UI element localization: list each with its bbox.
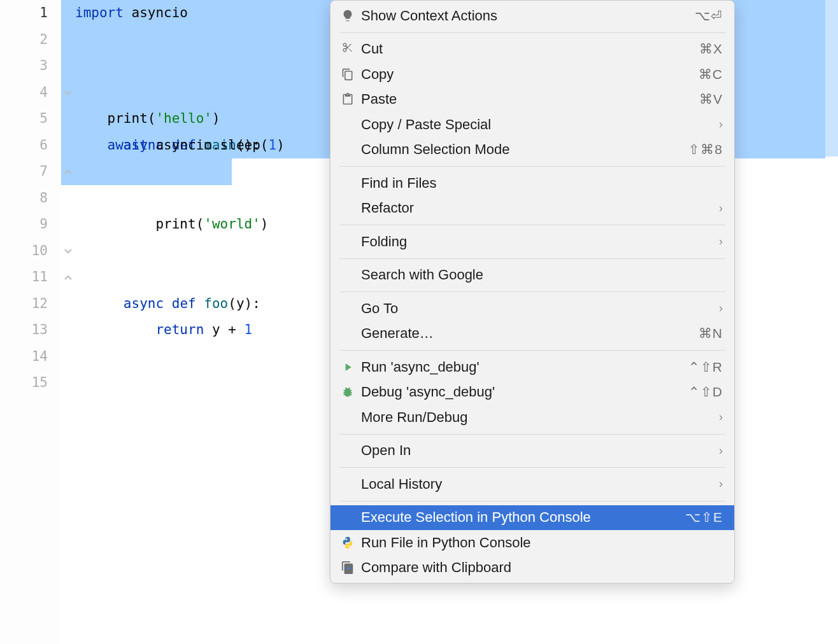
module-name: asyncio [132,5,188,20]
run-icon [339,359,356,375]
gutter: 1 2 3 4 5 6 7 8 9 10 11 12 13 14 15 [0,0,61,644]
menu-item-label: Run 'async_debug' [361,359,688,375]
blank-icon [339,476,356,493]
blank-icon [339,267,356,283]
gutter-line-number[interactable]: 6 [0,132,48,159]
function-call: print [108,111,148,126]
number-literal: 1 [269,137,277,153]
gutter-line-number[interactable]: 10 [0,238,48,265]
fold-expand-icon[interactable] [64,273,73,282]
gutter-line-number[interactable]: 2 [0,27,48,53]
menu-item-label: Find in Files [361,175,723,192]
chevron-right-icon: › [719,235,723,248]
menu-separator [339,350,725,351]
blank-icon [339,300,356,317]
menu-item-open-in[interactable]: Open In› [330,438,734,464]
chevron-right-icon: › [719,410,723,424]
menu-item-label: Cut [361,41,699,57]
menu-separator [339,32,725,33]
menu-item-label: Execute Selection in Python Console [361,509,685,526]
menu-item-cut[interactable]: Cut⌘X [330,37,734,62]
number-literal: 1 [245,322,253,337]
menu-item-label: Local History [361,476,714,493]
menu-shortcut: ⌘X [699,41,723,57]
menu-item-search-with-google[interactable]: Search with Google [330,263,734,288]
menu-item-copy[interactable]: Copy⌘C [330,62,734,87]
fold-collapse-icon[interactable] [64,247,73,256]
blank-icon [339,116,356,133]
gutter-line-number[interactable]: 8 [0,185,48,212]
menu-item-more-run-debug[interactable]: More Run/Debug› [330,405,734,430]
menu-item-label: Go To [361,300,714,317]
menu-shortcut: ⌥⏎ [695,8,723,24]
menu-separator [339,434,725,435]
menu-item-column-selection-mode[interactable]: Column Selection Mode⇧⌘8 [330,137,734,163]
gutter-line-number[interactable]: 7 [0,158,48,185]
gutter-line-number[interactable]: 4 [0,80,48,106]
menu-item-label: Search with Google [361,267,723,283]
menu-item-run-file-in-python-console[interactable]: Run File in Python Console [330,530,734,556]
menu-item-label: Compare with Clipboard [361,559,723,576]
menu-item-label: Refactor [361,200,714,216]
gutter-line-number[interactable]: 14 [0,344,48,370]
gutter-line-number[interactable]: 5 [0,106,48,132]
function-name: foo [204,296,228,311]
menu-item-label: Copy / Paste Special [361,116,714,133]
gutter-line-number[interactable]: 13 [0,317,48,344]
menu-separator [339,501,725,501]
fold-expand-icon[interactable] [64,167,73,176]
menu-item-label: Generate… [361,325,699,342]
menu-item-paste[interactable]: Paste⌘V [330,87,734,113]
chevron-right-icon: › [719,477,723,491]
menu-item-generate[interactable]: Generate…⌘N [330,321,734,347]
gutter-line-number[interactable]: 9 [0,211,48,238]
menu-item-compare-with-clipboard[interactable]: Compare with Clipboard [330,556,734,581]
menu-item-label: Debug 'async_debug' [361,384,688,400]
menu-item-label: More Run/Debug [361,409,714,426]
menu-item-show-context-actions[interactable]: Show Context Actions⌥⏎ [330,3,734,29]
gutter-line-number[interactable]: 1 [0,0,48,27]
gutter-line-number[interactable]: 15 [0,370,48,396]
fold-collapse-icon[interactable] [64,88,73,97]
keyword-return: return [155,322,204,337]
menu-separator [339,166,725,167]
blank-icon [339,442,356,459]
chevron-right-icon: › [719,118,723,131]
gutter-line-number[interactable]: 11 [0,264,48,291]
blank-icon [339,141,356,158]
string-literal: 'world' [204,216,260,232]
chevron-right-icon: › [719,202,723,215]
menu-item-label: Open In [361,442,714,459]
blank-icon [339,509,356,526]
menu-item-execute-selection-in-python-console[interactable]: Execute Selection in Python Console⌥⇧E [330,505,734,531]
menu-shortcut: ⇧⌘8 [688,142,723,157]
gutter-line-number[interactable]: 12 [0,291,48,318]
menu-shortcut: ⌘N [699,326,723,341]
menu-item-go-to[interactable]: Go To› [330,296,734,321]
scrollbar-selection-marker [788,0,838,157]
cut-icon [339,41,356,57]
menu-item-label: Copy [361,66,699,83]
menu-separator [339,225,725,225]
menu-item-copy-paste-special[interactable]: Copy / Paste Special› [330,112,734,137]
copy-icon [339,66,356,83]
menu-item-run-async-debug[interactable]: Run 'async_debug'⌃⇧R [330,354,734,380]
blank-icon [339,200,356,216]
menu-item-debug-async-debug[interactable]: Debug 'async_debug'⌃⇧D [330,380,734,405]
menu-item-label: Show Context Actions [361,8,695,24]
menu-separator [339,258,725,259]
menu-separator [339,291,725,292]
menu-item-label: Paste [361,91,699,108]
debug-icon [339,384,356,400]
menu-shortcut: ⌘V [699,92,723,107]
menu-shortcut: ⌥⇧E [685,510,723,525]
keyword-await: await [108,137,148,153]
scrollbar-track[interactable] [787,0,838,644]
chevron-right-icon: › [719,444,723,458]
menu-item-find-in-files[interactable]: Find in Files [330,171,734,196]
gutter-line-number[interactable]: 3 [0,53,48,80]
menu-item-refactor[interactable]: Refactor› [330,196,734,221]
menu-item-folding[interactable]: Folding› [330,229,734,255]
menu-item-local-history[interactable]: Local History› [330,472,734,497]
menu-shortcut: ⌃⇧R [688,360,723,375]
